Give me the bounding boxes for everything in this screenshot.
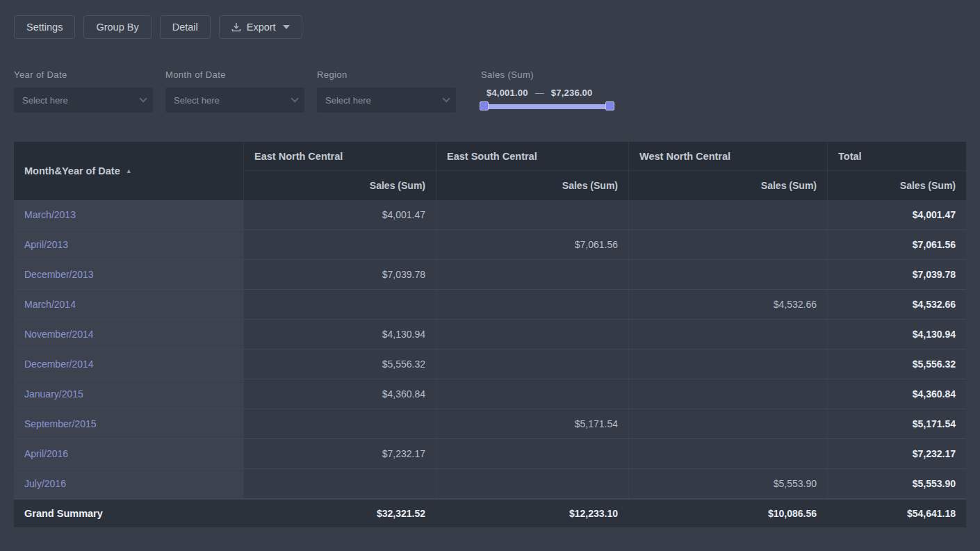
download-icon bbox=[231, 22, 241, 32]
chevron-down-icon bbox=[291, 94, 298, 102]
grand-summary-cell: $32,321.52 bbox=[243, 500, 436, 527]
total-cell: $7,061.56 bbox=[827, 230, 966, 259]
toolbar: Settings Group By Detail Export bbox=[14, 15, 980, 39]
value-cell: $4,130.94 bbox=[243, 320, 436, 349]
row-label[interactable]: July/2016 bbox=[14, 469, 243, 498]
value-cell bbox=[628, 320, 827, 349]
export-button-label: Export bbox=[247, 22, 276, 33]
slider-min-value: $4,001.00 bbox=[487, 88, 528, 98]
value-cell bbox=[628, 200, 827, 229]
row-label[interactable]: December/2013 bbox=[14, 260, 243, 289]
row-label[interactable]: April/2013 bbox=[14, 230, 243, 259]
value-cell bbox=[243, 469, 436, 498]
sort-ascending-icon: ▲ bbox=[126, 167, 132, 174]
value-cell bbox=[436, 260, 628, 289]
table-row: September/2015$5,171.54$5,171.54 bbox=[14, 409, 966, 439]
value-cell bbox=[628, 379, 827, 409]
row-header-label: Month&Year of Date bbox=[24, 165, 120, 176]
table-row: December/2014$5,556.32$5,556.32 bbox=[14, 349, 966, 379]
grand-summary-row: Grand Summary $32,321.52 $12,233.10 $10,… bbox=[14, 499, 966, 527]
row-label[interactable]: April/2016 bbox=[14, 439, 243, 468]
column-group: Total Sales (Sum) bbox=[827, 142, 966, 200]
table-row: December/2013$7,039.78$7,039.78 bbox=[14, 260, 966, 290]
value-cell: $4,532.66 bbox=[628, 290, 827, 319]
total-cell: $7,232.17 bbox=[827, 439, 966, 468]
column-header-month-year[interactable]: Month&Year of Date ▲ bbox=[14, 142, 243, 200]
slider-range-values: $4,001.00 — $7,236.00 bbox=[487, 88, 613, 98]
value-cell: $5,171.54 bbox=[436, 409, 628, 438]
measure-label: Sales (Sum) bbox=[828, 171, 966, 200]
filter-region: Region Select here bbox=[317, 69, 456, 113]
slider-handle-max[interactable] bbox=[605, 101, 614, 110]
table-row: April/2013$7,061.56$7,061.56 bbox=[14, 230, 966, 260]
grand-summary-label: Grand Summary bbox=[14, 500, 243, 527]
column-group: East North Central Sales (Sum) bbox=[243, 142, 436, 200]
row-label[interactable]: November/2014 bbox=[14, 320, 243, 349]
measure-label: Sales (Sum) bbox=[629, 171, 827, 200]
row-label[interactable]: March/2014 bbox=[14, 290, 243, 319]
table-row: March/2014$4,532.66$4,532.66 bbox=[14, 290, 966, 320]
settings-button[interactable]: Settings bbox=[14, 15, 75, 39]
value-cell bbox=[243, 230, 436, 259]
select-placeholder: Select here bbox=[325, 95, 371, 106]
filter-label: Month of Date bbox=[165, 69, 304, 80]
column-header[interactable]: East South Central bbox=[436, 142, 628, 171]
row-label[interactable]: December/2014 bbox=[14, 349, 243, 379]
chevron-down-icon bbox=[442, 94, 450, 102]
slider-handle-min[interactable] bbox=[480, 101, 489, 110]
filters-bar: Year of Date Select here Month of Date S… bbox=[14, 69, 980, 113]
chevron-down-icon bbox=[283, 25, 290, 29]
total-cell: $4,130.94 bbox=[827, 320, 966, 349]
month-of-date-select[interactable]: Select here bbox=[165, 88, 304, 113]
filter-year-of-date: Year of Date Select here bbox=[14, 69, 153, 113]
value-cell bbox=[243, 409, 436, 438]
value-cell bbox=[628, 409, 827, 438]
table-header: Month&Year of Date ▲ East North Central … bbox=[14, 142, 966, 200]
measure-label: Sales (Sum) bbox=[244, 171, 436, 200]
select-placeholder: Select here bbox=[174, 95, 220, 106]
value-cell bbox=[436, 379, 628, 409]
group-by-button[interactable]: Group By bbox=[83, 15, 151, 39]
sales-range-slider-track[interactable] bbox=[481, 104, 613, 109]
value-cell: $5,556.32 bbox=[243, 349, 436, 379]
value-cell: $7,039.78 bbox=[243, 260, 436, 289]
filter-label: Sales (Sum) bbox=[481, 69, 613, 80]
filter-label: Region bbox=[317, 69, 456, 80]
filter-month-of-date: Month of Date Select here bbox=[165, 69, 304, 113]
total-cell: $5,556.32 bbox=[827, 349, 966, 379]
value-cell: $5,553.90 bbox=[628, 469, 827, 498]
column-header[interactable]: West North Central bbox=[629, 142, 827, 171]
grand-summary-cell: $10,086.56 bbox=[628, 500, 827, 527]
row-label[interactable]: March/2013 bbox=[14, 200, 243, 229]
value-cell: $7,232.17 bbox=[243, 439, 436, 468]
total-cell: $5,171.54 bbox=[827, 409, 966, 438]
value-cell bbox=[436, 349, 628, 379]
grand-summary-cell: $12,233.10 bbox=[436, 500, 628, 527]
slider-dash: — bbox=[535, 88, 544, 98]
row-label[interactable]: January/2015 bbox=[14, 379, 243, 409]
value-cell bbox=[436, 290, 628, 319]
value-cell: $4,001.47 bbox=[243, 200, 436, 229]
year-of-date-select[interactable]: Select here bbox=[14, 88, 153, 113]
column-header[interactable]: Total bbox=[828, 142, 966, 171]
value-cell: $7,061.56 bbox=[436, 230, 628, 259]
detail-button[interactable]: Detail bbox=[160, 15, 211, 39]
export-button[interactable]: Export bbox=[219, 15, 302, 39]
value-cell: $4,360.84 bbox=[243, 379, 436, 409]
region-select[interactable]: Select here bbox=[317, 88, 456, 113]
sales-sum-filter: Sales (Sum) $4,001.00 — $7,236.00 bbox=[481, 69, 613, 109]
row-label[interactable]: September/2015 bbox=[14, 409, 243, 438]
chevron-down-icon bbox=[139, 94, 147, 102]
value-cell bbox=[436, 320, 628, 349]
table-row: January/2015$4,360.84$4,360.84 bbox=[14, 379, 966, 409]
column-group: West North Central Sales (Sum) bbox=[628, 142, 827, 200]
total-cell: $5,553.90 bbox=[827, 469, 966, 498]
column-header[interactable]: East North Central bbox=[244, 142, 436, 171]
table-row: March/2013$4,001.47$4,001.47 bbox=[14, 200, 966, 230]
slider-max-value: $7,236.00 bbox=[551, 88, 593, 98]
total-cell: $4,360.84 bbox=[827, 379, 966, 409]
table-row: November/2014$4,130.94$4,130.94 bbox=[14, 320, 966, 349]
table-row: April/2016$7,232.17$7,232.17 bbox=[14, 439, 966, 469]
total-cell: $7,039.78 bbox=[827, 260, 966, 289]
table-row: July/2016$5,553.90$5,553.90 bbox=[14, 469, 966, 499]
